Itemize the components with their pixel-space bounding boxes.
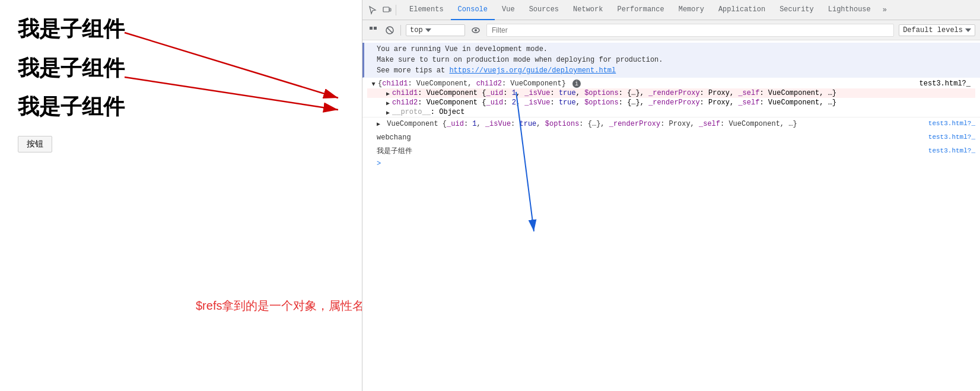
console-prompt[interactable]: > [362, 158, 980, 169]
console-output: You are running Vue in development mode.… [362, 40, 980, 391]
child2-expand[interactable]: ▶ child2: VueComponent {_uid: 2, _isVue:… [367, 98, 975, 107]
cursor-icon[interactable] [367, 5, 378, 15]
vue-component-text: ▶ VueComponent {_uid: 1, _isVue: true, $… [377, 119, 922, 129]
svg-rect-6 [390, 8, 391, 11]
object-root-line: ▶ {child1: VueComponent, child2: VueComp… [362, 78, 980, 117]
source-link-2[interactable]: test3.html?_ [928, 119, 975, 129]
tab-console[interactable]: Console [451, 0, 495, 20]
child-component-line: 我是子组件 test3.html?_ [362, 145, 980, 158]
proto-text: __proto__: Object [392, 108, 464, 116]
source-link-3[interactable]: test3.html?_ [928, 132, 975, 143]
eye-icon[interactable] [470, 24, 482, 36]
svg-line-10 [387, 27, 393, 33]
child-component-text: 我是子组件 [377, 146, 922, 157]
webchang-text: webchang [377, 132, 922, 143]
svg-rect-5 [383, 7, 389, 12]
tab-memory[interactable]: Memory [672, 0, 711, 20]
expand-proto-icon: ▶ [386, 109, 390, 116]
vue-warning-text: You are running Vue in development mode.… [377, 44, 975, 76]
console-vue-warning: You are running Vue in development mode.… [362, 43, 980, 78]
filter-input[interactable] [486, 24, 894, 37]
expand-root-icon: ▶ [370, 82, 377, 86]
tab-lighthouse[interactable]: Lighthouse [821, 0, 878, 20]
object-expand-root[interactable]: ▶ {child1: VueComponent, child2: VueComp… [367, 79, 975, 88]
tab-application[interactable]: Application [711, 0, 772, 20]
svg-rect-8 [374, 27, 377, 30]
tab-more[interactable]: » [878, 0, 892, 20]
devtools-nav-icons [367, 5, 396, 15]
svg-rect-7 [370, 27, 373, 30]
main-button[interactable]: 按钮 [18, 136, 52, 152]
device-icon[interactable] [381, 5, 392, 15]
info-icon: i [572, 80, 581, 88]
vue-deploy-link[interactable]: https://vuejs.org/guide/deployment.html [449, 66, 616, 75]
nav-divider [396, 5, 396, 15]
devtools-panel: Elements Console Vue Sources Network Per… [362, 0, 980, 391]
webchang-line: webchang test3.html?_ [362, 131, 980, 145]
vue-component-line: ▶ VueComponent {_uid: 1, _isVue: true, $… [362, 117, 980, 131]
svg-point-12 [475, 29, 477, 31]
object-root-label: {child1: VueComponent, child2: VueCompon… [378, 80, 581, 88]
child2-text: child2: VueComponent {_uid: 2, _isVue: t… [392, 98, 836, 107]
child-text-3: 我是子组件 [18, 90, 344, 124]
devtools-tabs: Elements Console Vue Sources Network Per… [402, 0, 892, 20]
child-text-1: 我是子组件 [18, 12, 344, 46]
devtools: Elements Console Vue Sources Network Per… [362, 0, 980, 391]
block-icon[interactable] [367, 24, 379, 36]
tab-network[interactable]: Network [566, 0, 610, 20]
tab-performance[interactable]: Performance [610, 0, 671, 20]
toolbar-divider [400, 25, 401, 36]
child1-expand[interactable]: ▶ child1: VueComponent {_uid: 1, _isVue:… [367, 88, 975, 98]
console-toolbar: top Default levels [362, 20, 980, 40]
ban-icon[interactable] [384, 24, 396, 36]
source-link-4[interactable]: test3.html?_ [928, 146, 975, 157]
expand-child2-icon: ▶ [386, 100, 390, 107]
top-selector[interactable]: top [406, 24, 465, 36]
child-text-2: 我是子组件 [18, 51, 344, 85]
tab-elements[interactable]: Elements [402, 0, 451, 20]
tab-vue[interactable]: Vue [495, 0, 522, 20]
expand-vue-icon[interactable]: ▶ [377, 121, 380, 128]
left-panel: 我是子组件 我是子组件 我是子组件 按钮 $refs拿到的是一个对象，属性名是组… [0, 0, 362, 391]
devtools-nav: Elements Console Vue Sources Network Per… [362, 0, 980, 20]
source-link-1[interactable]: test3.html?_ [919, 80, 971, 88]
tab-sources[interactable]: Sources [522, 0, 566, 20]
tab-security[interactable]: Security [772, 0, 821, 20]
expand-child1-icon: ▶ [386, 90, 390, 97]
proto-expand[interactable]: ▶ __proto__: Object [367, 107, 975, 117]
child1-text: child1: VueComponent {_uid: 1, _isVue: t… [392, 89, 836, 97]
default-levels-selector[interactable]: Default levels [899, 24, 975, 36]
